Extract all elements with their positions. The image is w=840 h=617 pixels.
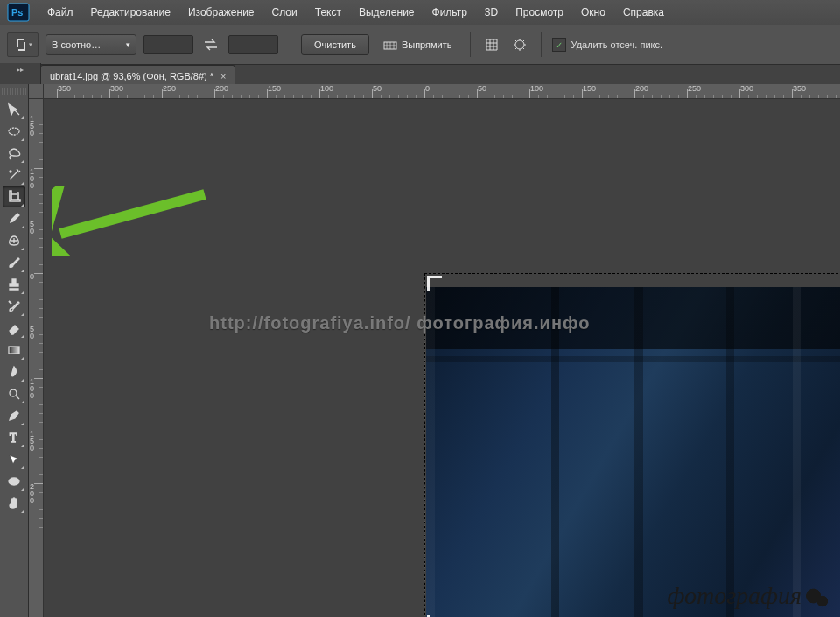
vertical-ruler[interactable]: 15010050050100150200 [29,98,44,617]
shape-tool[interactable] [3,471,25,492]
separator [470,32,471,57]
stamp-tool[interactable] [3,274,25,295]
document-tab-title: ubrat14.jpg @ 93,6% (Фон, RGB/8#) * [50,71,214,81]
pen-tool[interactable] [3,405,25,426]
lasso-tool[interactable] [3,143,25,164]
grid-overlay-button[interactable] [481,35,502,54]
ps-logo-icon: Ps [5,4,32,21]
menu-фильтр[interactable]: Фильтр [424,0,476,25]
watermark-logo: фотография [667,582,831,612]
options-bar: ▾ В соотно… ▾ Очистить Выпрямить ✓ Удали… [0,25,840,65]
chevron-down-icon: ▾ [126,40,130,49]
panel-grip[interactable] [2,88,26,95]
menu-слои[interactable]: Слои [263,0,306,25]
document-tab[interactable]: ubrat14.jpg @ 93,6% (Фон, RGB/8#) * × [40,65,235,86]
crop-height-input[interactable] [228,35,278,54]
annotation-arrow-icon [52,186,227,256]
menu-3d[interactable]: 3D [476,0,507,25]
eraser-tool[interactable] [3,318,25,339]
menu-окно[interactable]: Окно [572,0,614,25]
watermark-text: http://fotografiya.info/ фотография.инфо [209,313,590,333]
blur-tool[interactable] [3,361,25,382]
menu-изображение[interactable]: Изображение [179,0,263,25]
svg-line-10 [60,194,205,234]
menu-bar: Ps ФайлРедактированиеИзображениеСлоиТекс… [0,0,840,25]
menu-справка[interactable]: Справка [614,0,673,25]
crop-width-input[interactable] [144,35,193,54]
crop-ratio-select[interactable]: В соотно… ▾ [46,34,136,55]
move-tool[interactable] [3,99,25,120]
horizontal-ruler[interactable]: 3503002502001501005005010015020025030035… [43,84,840,99]
tools-panel: T [0,84,29,617]
path-select-tool[interactable] [3,449,25,470]
checkbox-icon: ✓ [552,38,566,52]
canvas[interactable]: http://fotografiya.info/ фотография.инфо [43,98,840,617]
svg-point-9 [9,478,19,485]
menu-просмотр[interactable]: Просмотр [507,0,572,25]
close-icon[interactable]: × [220,71,226,81]
brush-tool[interactable] [3,252,25,273]
menu-файл[interactable]: Файл [38,0,82,25]
svg-point-5 [10,171,11,172]
ruler-origin[interactable] [29,84,44,99]
svg-point-7 [10,389,17,396]
straighten-button[interactable]: Выпрямить [376,35,459,54]
dodge-tool[interactable] [3,383,25,404]
swap-dimensions-button[interactable] [200,35,221,54]
canvas-area: 3503002502001501005005010015020025030035… [29,84,840,617]
svg-rect-6 [9,347,19,354]
svg-point-3 [515,40,524,49]
active-tool-indicator[interactable]: ▾ [7,32,38,57]
history-brush-tool[interactable] [3,296,25,317]
delete-cropped-checkbox[interactable]: ✓ Удалить отсеч. пикс. [552,38,663,52]
gradient-tool[interactable] [3,340,25,361]
menu-редактирование[interactable]: Редактирование [82,0,179,25]
hand-tool[interactable] [3,493,25,514]
eyedropper-tool[interactable] [3,208,25,229]
svg-text:T: T [10,431,18,445]
menu-выделение[interactable]: Выделение [350,0,424,25]
separator [541,32,542,57]
quick-select-tool[interactable] [3,165,25,186]
clear-button[interactable]: Очистить [301,34,369,55]
crop-handle-icon[interactable] [427,276,442,291]
crop-options-button[interactable] [509,35,530,54]
panel-expand-toggle[interactable]: ▸▸ [0,63,41,75]
type-tool[interactable]: T [3,427,25,448]
menu-текст[interactable]: Текст [306,0,350,25]
workspace: T 35030025020015010050050100150200250300… [0,84,840,617]
svg-text:Ps: Ps [11,7,23,18]
healing-tool[interactable] [3,230,25,251]
svg-point-4 [9,128,19,135]
crop-tool[interactable] [3,186,25,207]
crop-ratio-label: В соотно… [52,39,101,50]
marquee-tool[interactable] [3,121,25,142]
